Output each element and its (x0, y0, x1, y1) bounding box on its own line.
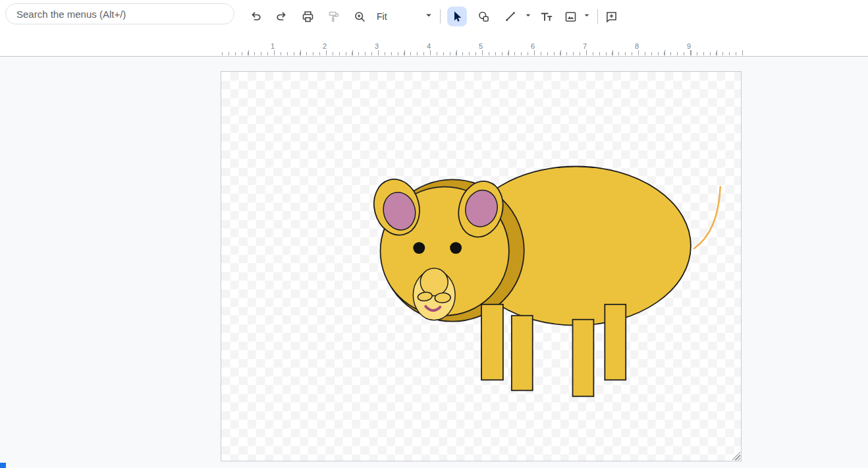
insert-image-caret[interactable] (581, 10, 593, 23)
pig-eye-shape[interactable] (413, 242, 425, 254)
shape-icon (477, 10, 491, 24)
print-icon (301, 10, 315, 24)
ruler-ticks (222, 49, 743, 55)
text-icon (539, 10, 553, 24)
undo-button[interactable] (246, 6, 267, 27)
ruler-mark: 9 (687, 42, 691, 50)
ruler-mark: 5 (479, 42, 483, 50)
paint-format-button[interactable] (323, 6, 344, 27)
comment-add-icon (605, 10, 618, 24)
pig-leg-shape[interactable] (573, 320, 594, 397)
pig-leg-shape[interactable] (605, 305, 626, 380)
ruler-mark: 7 (583, 42, 587, 50)
redo-button[interactable] (271, 6, 292, 27)
line-tool-button[interactable] (500, 6, 521, 27)
ruler-mark: 8 (635, 42, 639, 50)
zoom-select[interactable]: Fit (367, 6, 435, 27)
workspace (0, 57, 868, 468)
search-menus-input[interactable] (5, 3, 234, 24)
zoom-select-value: Fit (367, 11, 423, 22)
add-comment-button[interactable] (601, 6, 622, 27)
line-icon (504, 10, 517, 23)
toolbar-divider (440, 9, 441, 24)
chevron-down-icon (523, 10, 533, 23)
pig-eye-shape[interactable] (450, 242, 462, 254)
pig-tail-shape[interactable] (694, 187, 720, 249)
shape-tool-button[interactable] (473, 6, 494, 27)
bottom-left-blue-fragment (0, 463, 6, 468)
redo-icon (275, 10, 288, 23)
ruler-mark: 1 (271, 42, 275, 50)
ruler-mark: 6 (531, 42, 535, 50)
zoom-in-icon (353, 10, 367, 24)
toolbar: Fit 1 2 3 4 5 6 7 8 9 (0, 0, 868, 57)
chevron-down-icon (423, 9, 435, 24)
line-tool-caret[interactable] (522, 10, 534, 23)
toolbar-divider (597, 9, 598, 24)
print-button[interactable] (297, 6, 318, 27)
select-tool-button[interactable] (447, 7, 467, 26)
image-icon (564, 10, 578, 24)
horizontal-ruler: 1 2 3 4 5 6 7 8 9 (222, 39, 743, 56)
ruler-mark: 2 (323, 42, 327, 50)
insert-image-button[interactable] (560, 6, 581, 27)
paint-roller-icon (327, 10, 340, 24)
text-box-button[interactable] (535, 6, 556, 27)
pig-snout-top-shape[interactable] (420, 268, 448, 296)
ruler-mark: 3 (375, 42, 379, 50)
pig-drawing (221, 72, 741, 461)
cursor-arrow-icon (450, 10, 464, 23)
pig-leg-shape[interactable] (481, 305, 503, 380)
drawing-canvas[interactable] (221, 71, 742, 461)
pig-leg-shape[interactable] (512, 316, 533, 391)
undo-icon (250, 10, 263, 23)
ruler-mark: 4 (427, 42, 431, 50)
chevron-down-icon (582, 10, 592, 23)
